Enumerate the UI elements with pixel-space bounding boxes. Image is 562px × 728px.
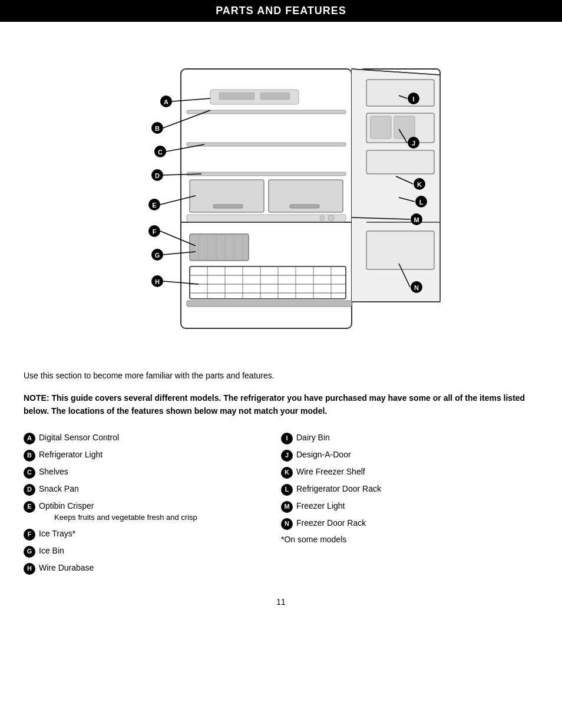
svg-text:K: K: [417, 181, 422, 188]
part-label-K: Wire Freezer Shelf: [296, 466, 538, 478]
svg-rect-5: [187, 172, 346, 176]
svg-rect-4: [187, 143, 346, 146]
svg-point-15: [320, 216, 325, 220]
svg-text:L: L: [419, 199, 424, 206]
part-label-I: Dairy Bin: [296, 432, 538, 444]
part-badge-H: H: [24, 563, 35, 575]
svg-rect-36: [366, 80, 434, 106]
part-label-H: Wire Durabase: [39, 562, 281, 574]
part-label-E: Optibin CrisperKeeps fruits and vegetabl…: [39, 500, 281, 523]
part-label-B: Refrigerator Light: [39, 449, 281, 461]
part-item-E: E Optibin CrisperKeeps fruits and vegeta…: [24, 500, 281, 523]
part-subtext-E: Keeps fruits and vegetable fresh and cri…: [54, 512, 281, 523]
svg-rect-40: [366, 150, 434, 174]
svg-text:N: N: [414, 284, 419, 291]
part-badge-A: A: [24, 433, 35, 444]
svg-text:H: H: [155, 278, 160, 285]
part-label-C: Shelves: [39, 466, 281, 478]
part-item-G: G Ice Bin: [24, 545, 281, 558]
note-text: NOTE: This guide covers several differen…: [24, 391, 538, 418]
part-item-C: C Shelves: [24, 466, 281, 479]
part-label-N: Freezer Door Rack: [296, 518, 538, 529]
part-label-G: Ice Bin: [39, 545, 281, 557]
page-header: PARTS AND FEATURES: [0, 0, 562, 22]
part-item-K: K Wire Freezer Shelf: [281, 466, 538, 479]
svg-text:A: A: [164, 98, 168, 106]
part-item-I: I Dairy Bin: [281, 432, 538, 444]
svg-rect-3: [187, 110, 346, 114]
parts-column-left: A Digital Sensor Control B Refrigerator …: [24, 432, 281, 579]
svg-text:C: C: [158, 149, 163, 156]
part-badge-G: G: [24, 546, 35, 558]
part-item-F: F Ice Trays*: [24, 528, 281, 541]
part-badge-K: K: [281, 467, 293, 479]
part-item-H: H Wire Durabase: [24, 562, 281, 575]
part-badge-L: L: [281, 484, 293, 496]
part-badge-F: F: [24, 529, 35, 541]
svg-text:J: J: [412, 140, 415, 147]
part-badge-E: E: [24, 501, 35, 513]
svg-text:D: D: [155, 172, 160, 179]
part-label-L: Refrigerator Door Rack: [296, 483, 538, 495]
part-item-J: J Design-A-Door: [281, 449, 538, 462]
part-label-M: Freezer Light: [296, 500, 538, 512]
part-badge-M: M: [281, 501, 293, 513]
part-label-F: Ice Trays*: [39, 528, 281, 540]
refrigerator-diagram: A B C D E F G: [98, 34, 464, 352]
diagram-container: A B C D E F G: [24, 34, 538, 352]
svg-rect-39: [394, 116, 415, 139]
parts-list: A Digital Sensor Control B Refrigerator …: [24, 432, 538, 579]
svg-text:I: I: [412, 95, 414, 103]
part-item-M: M Freezer Light: [281, 500, 538, 513]
part-item-N: N Freezer Door Rack: [281, 518, 538, 530]
part-badge-D: D: [24, 484, 35, 496]
svg-rect-38: [371, 116, 391, 139]
svg-rect-8: [260, 93, 290, 100]
description-text: Use this section to become more familiar…: [24, 370, 538, 382]
svg-rect-11: [213, 205, 243, 208]
svg-text:B: B: [155, 125, 160, 132]
part-badge-J: J: [281, 450, 293, 462]
part-item-B: B Refrigerator Light: [24, 449, 281, 462]
part-label-D: Snack Pan: [39, 483, 281, 495]
part-badge-I: I: [281, 433, 293, 444]
page-number: 11: [24, 597, 538, 607]
part-item-A: A Digital Sensor Control: [24, 432, 281, 444]
main-content: A B C D E F G: [0, 34, 562, 630]
svg-text:E: E: [152, 202, 156, 209]
svg-rect-42: [366, 231, 434, 269]
part-item-D: D Snack Pan: [24, 483, 281, 496]
part-item-L: L Refrigerator Door Rack: [281, 483, 538, 496]
parts-column-right: I Dairy Bin J Design-A-Door K Wire Freez…: [281, 432, 538, 579]
svg-text:G: G: [155, 252, 160, 259]
svg-text:F: F: [153, 228, 157, 235]
svg-point-14: [328, 215, 334, 221]
svg-rect-7: [219, 93, 254, 100]
part-label-A: Digital Sensor Control: [39, 432, 281, 444]
page-title: PARTS AND FEATURES: [12, 5, 550, 17]
part-badge-N: N: [281, 518, 293, 530]
footnote-text: *On some models: [281, 535, 538, 544]
part-badge-B: B: [24, 450, 35, 462]
svg-rect-12: [290, 205, 319, 208]
svg-text:M: M: [414, 216, 419, 223]
part-label-J: Design-A-Door: [296, 449, 538, 461]
svg-rect-85: [187, 301, 352, 307]
part-badge-C: C: [24, 467, 35, 479]
